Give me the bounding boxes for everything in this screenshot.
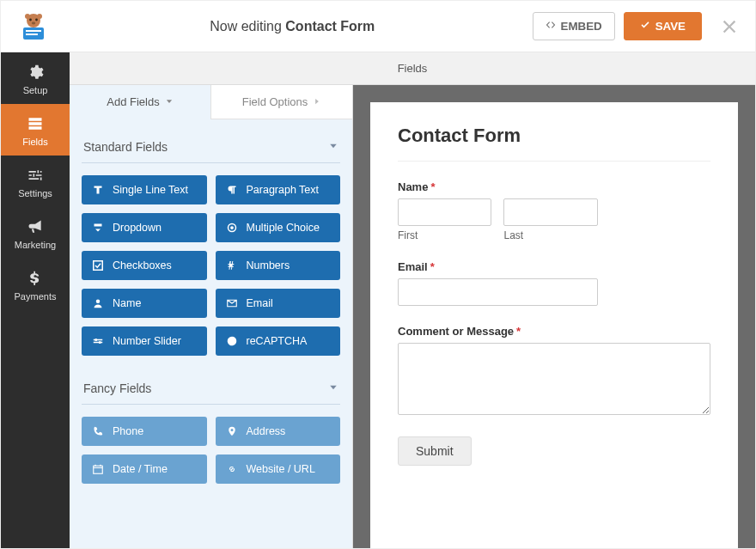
field-button-phone[interactable]: Phone xyxy=(82,417,207,446)
close-button[interactable] xyxy=(717,19,741,34)
sidebar: Setup Fields Settings Marketing xyxy=(1,52,70,548)
field-button-checkboxes[interactable]: Checkboxes xyxy=(82,251,207,280)
save-button[interactable]: SAVE xyxy=(624,12,702,40)
first-name-input[interactable] xyxy=(398,198,491,226)
sidebar-item-fields[interactable]: Fields xyxy=(1,104,70,156)
fields-icon xyxy=(4,114,66,133)
check-icon xyxy=(640,20,650,33)
field-button-label: Number Slider xyxy=(113,335,181,347)
embed-button[interactable]: EMBED xyxy=(533,12,615,40)
required-asterisk: * xyxy=(516,325,521,338)
field-button-date-time[interactable]: Date / Time xyxy=(82,454,207,484)
user-icon xyxy=(92,297,104,309)
field-button-label: Address xyxy=(247,425,286,437)
standard-fields-grid: Single Line Text Paragraph Text Dropdown xyxy=(82,163,340,356)
submit-button[interactable]: Submit xyxy=(398,436,472,466)
svg-rect-15 xyxy=(94,466,103,473)
field-button-multiple-choice[interactable]: Multiple Choice xyxy=(216,213,341,242)
editing-title: Now editing Contact Form xyxy=(52,19,533,34)
tab-label: Field Options xyxy=(242,95,308,108)
radio-icon xyxy=(226,222,238,234)
field-button-label: Multiple Choice xyxy=(247,222,320,234)
required-asterisk: * xyxy=(430,180,435,193)
field-button-dropdown[interactable]: Dropdown xyxy=(82,213,207,242)
group-title-label: Standard Fields xyxy=(83,140,168,154)
field-button-label: Date / Time xyxy=(113,463,168,475)
panels: Add Fields Field Options xyxy=(70,85,755,548)
checkbox-icon xyxy=(92,259,104,271)
svg-rect-7 xyxy=(26,30,41,32)
tab-add-fields[interactable]: Add Fields xyxy=(70,85,210,119)
tab-field-options[interactable]: Field Options xyxy=(210,85,352,119)
label-text: Comment or Message xyxy=(398,325,514,338)
field-name: Name* First Last xyxy=(398,180,710,241)
svg-point-4 xyxy=(25,14,30,19)
field-button-numbers[interactable]: Numbers xyxy=(216,251,341,280)
field-button-recaptcha[interactable]: reCAPTCHA xyxy=(216,326,341,356)
field-button-label: Dropdown xyxy=(113,222,162,234)
form-title: Contact Form xyxy=(398,125,710,162)
sliders-icon xyxy=(4,166,66,185)
gear-icon xyxy=(4,63,66,82)
code-icon xyxy=(546,20,556,33)
name-first-col: First xyxy=(398,198,491,241)
name-last-col: Last xyxy=(503,198,597,241)
field-button-email[interactable]: Email xyxy=(216,289,341,318)
svg-rect-11 xyxy=(94,261,103,271)
phone-icon xyxy=(92,425,104,437)
panel-title: Fields xyxy=(70,52,755,85)
group-fancy-fields[interactable]: Fancy Fields xyxy=(82,368,340,405)
chevron-down-icon xyxy=(328,381,338,395)
comment-textarea[interactable] xyxy=(398,343,710,415)
save-label: SAVE xyxy=(655,20,686,33)
field-button-single-line-text[interactable]: Single Line Text xyxy=(82,175,207,204)
name-row: First Last xyxy=(398,198,710,241)
group-title-label: Fancy Fields xyxy=(83,381,151,395)
tab-label: Add Fields xyxy=(107,95,159,108)
slider-icon xyxy=(92,335,104,347)
editing-form-name: Contact Form xyxy=(285,19,375,34)
sublabel-last: Last xyxy=(503,229,597,241)
chevron-right-icon xyxy=(313,95,321,108)
google-icon xyxy=(226,335,238,347)
form-card[interactable]: Contact Form Name* First xyxy=(370,102,738,548)
sidebar-item-payments[interactable]: Payments xyxy=(1,259,70,310)
field-scroll[interactable]: Standard Fields Single Line Text xyxy=(70,119,352,548)
field-button-website-url[interactable]: Website / URL xyxy=(216,454,341,484)
required-asterisk: * xyxy=(430,260,435,273)
label-text: Email xyxy=(398,260,428,273)
field-button-label: Email xyxy=(247,297,273,309)
text-icon xyxy=(92,184,104,196)
pin-icon xyxy=(226,425,238,437)
picker-tabs: Add Fields Field Options xyxy=(70,85,352,119)
sidebar-item-marketing[interactable]: Marketing xyxy=(1,207,70,259)
field-button-paragraph-text[interactable]: Paragraph Text xyxy=(216,175,341,204)
calendar-icon xyxy=(92,463,104,475)
sidebar-item-setup[interactable]: Setup xyxy=(1,52,70,104)
sidebar-item-label: Payments xyxy=(4,291,66,302)
dropdown-icon xyxy=(92,222,104,234)
field-button-label: Single Line Text xyxy=(113,184,188,196)
field-button-label: Paragraph Text xyxy=(247,184,320,196)
field-button-name[interactable]: Name xyxy=(82,289,207,318)
field-label-comment: Comment or Message* xyxy=(398,325,710,338)
field-button-number-slider[interactable]: Number Slider xyxy=(82,326,207,356)
sidebar-item-label: Marketing xyxy=(4,240,66,250)
svg-point-1 xyxy=(29,18,32,21)
chevron-down-icon xyxy=(328,140,338,154)
field-comment: Comment or Message* xyxy=(398,325,710,418)
email-input[interactable] xyxy=(398,278,598,306)
sidebar-item-label: Fields xyxy=(4,137,66,147)
link-icon xyxy=(226,463,238,475)
svg-point-5 xyxy=(37,14,42,19)
field-button-label: Numbers xyxy=(247,259,290,271)
sidebar-item-settings[interactable]: Settings xyxy=(1,156,70,207)
svg-point-3 xyxy=(32,21,35,24)
svg-point-10 xyxy=(230,226,234,229)
dollar-icon xyxy=(4,269,66,288)
field-button-address[interactable]: Address xyxy=(216,417,341,446)
hash-icon xyxy=(226,259,238,271)
last-name-input[interactable] xyxy=(503,198,597,226)
logo xyxy=(15,11,52,42)
group-standard-fields[interactable]: Standard Fields xyxy=(82,126,340,163)
